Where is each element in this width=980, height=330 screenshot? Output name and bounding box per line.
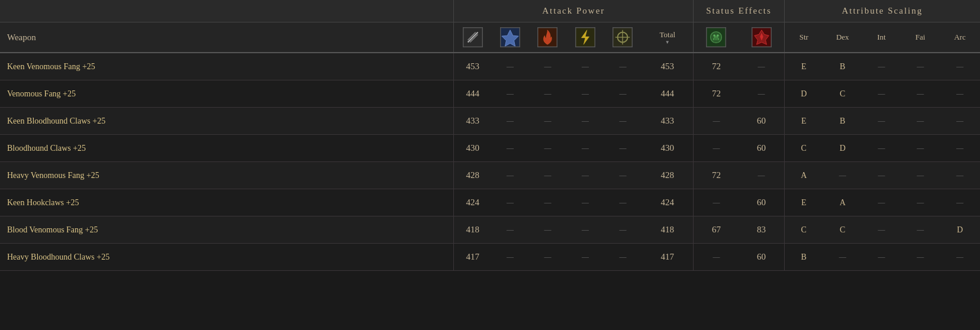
dex-cell: C xyxy=(823,216,862,244)
phys-cell: 418 xyxy=(454,216,492,244)
table-row[interactable]: Keen Venomous Fang +25453————45372—EB——— xyxy=(0,53,980,80)
magic-cell: — xyxy=(491,80,529,108)
phys-cell: 430 xyxy=(454,135,492,162)
str-cell: A xyxy=(784,162,823,189)
phys-cell: 428 xyxy=(454,162,492,189)
table-row[interactable]: Keen Bloodhound Claws +25433————433—60EB… xyxy=(0,108,980,135)
holy-cell: — xyxy=(604,108,642,135)
svg-point-16 xyxy=(717,34,719,37)
total-cell: 444 xyxy=(641,80,694,108)
phys-cell: 424 xyxy=(454,189,492,216)
arc-cell: — xyxy=(940,108,980,135)
magic-cell: — xyxy=(491,244,529,271)
str-cell: D xyxy=(784,80,823,108)
table-row[interactable]: Venomous Fang +25444————44472—DC——— xyxy=(0,80,980,108)
weapon-comparison-table: Attack Power Status Effects Attribute Sc… xyxy=(0,0,980,271)
lightning-cell: — xyxy=(566,135,604,162)
status2-cell: 60 xyxy=(739,244,785,271)
weapon-name-cell: Bloodhound Claws +25 xyxy=(0,135,454,162)
table-row[interactable]: Bloodhound Claws +25430————430—60CD——— xyxy=(0,135,980,162)
weapon-name-cell: Venomous Fang +25 xyxy=(0,80,454,108)
status1-cell: 72 xyxy=(694,53,739,80)
status2-cell: 60 xyxy=(739,108,785,135)
int-cell: — xyxy=(862,53,901,80)
status2-icon-header xyxy=(739,22,785,53)
str-cell: C xyxy=(784,135,823,162)
weapon-name-cell: Keen Bloodhound Claws +25 xyxy=(0,108,454,135)
int-cell: — xyxy=(862,189,901,216)
bleed-status-icon xyxy=(752,27,772,47)
int-cell: — xyxy=(862,135,901,162)
holy-cell: — xyxy=(604,244,642,271)
phys-cell: 453 xyxy=(454,53,492,80)
status1-cell: — xyxy=(694,244,739,271)
table-row[interactable]: Heavy Venomous Fang +25428————42872—A———… xyxy=(0,162,980,189)
arc-cell: — xyxy=(940,244,980,271)
fai-cell: — xyxy=(901,216,940,244)
int-cell: — xyxy=(862,162,901,189)
status2-cell: 60 xyxy=(739,189,785,216)
magic-cell: — xyxy=(491,53,529,80)
status1-cell: — xyxy=(694,189,739,216)
dex-cell: — xyxy=(823,244,862,271)
table-row[interactable]: Blood Venomous Fang +25418————4186783CC—… xyxy=(0,216,980,244)
status1-cell: — xyxy=(694,135,739,162)
weapon-name-cell: Heavy Bloodhound Claws +25 xyxy=(0,244,454,271)
dex-cell: B xyxy=(823,108,862,135)
status2-cell: — xyxy=(739,80,785,108)
status2-cell: — xyxy=(739,53,785,80)
column-header-row: Weapon xyxy=(0,22,980,53)
fire-icon-header xyxy=(529,22,567,53)
fire-cell: — xyxy=(529,162,567,189)
section-weapon-header xyxy=(0,0,454,22)
fai-cell: — xyxy=(901,108,940,135)
arc-cell: — xyxy=(940,135,980,162)
lightning-cell: — xyxy=(566,162,604,189)
lightning-icon-header xyxy=(566,22,604,53)
total-cell: 433 xyxy=(641,108,694,135)
arc-cell: — xyxy=(940,189,980,216)
status1-cell: 72 xyxy=(694,162,739,189)
fai-cell: — xyxy=(901,244,940,271)
fire-cell: — xyxy=(529,244,567,271)
weapon-name-cell: Blood Venomous Fang +25 xyxy=(0,216,454,244)
status1-cell: 67 xyxy=(694,216,739,244)
fire-cell: — xyxy=(529,53,567,80)
holy-icon xyxy=(612,27,633,47)
fire-icon xyxy=(537,27,557,47)
str-cell: C xyxy=(784,216,823,244)
phys-cell: 433 xyxy=(454,108,492,135)
int-cell: — xyxy=(862,80,901,108)
weapon-name-cell: Heavy Venomous Fang +25 xyxy=(0,162,454,189)
dex-cell: B xyxy=(823,53,862,80)
arc-cell: D xyxy=(940,216,980,244)
str-cell: E xyxy=(784,53,823,80)
svg-point-15 xyxy=(714,34,716,37)
holy-cell: — xyxy=(604,189,642,216)
magic-cell: — xyxy=(491,189,529,216)
holy-cell: — xyxy=(604,162,642,189)
str-col-header: Str xyxy=(784,22,823,53)
total-cell: 417 xyxy=(641,244,694,271)
magic-cell: — xyxy=(491,135,529,162)
status2-cell: 60 xyxy=(739,135,785,162)
table-row[interactable]: Heavy Bloodhound Claws +25417————417—60B… xyxy=(0,244,980,271)
physical-icon xyxy=(463,27,483,47)
poison-status-icon xyxy=(706,27,726,47)
fai-cell: — xyxy=(901,162,940,189)
str-cell: E xyxy=(784,189,823,216)
lightning-cell: — xyxy=(566,80,604,108)
magic-icon-header xyxy=(491,22,529,53)
table-row[interactable]: Keen Hookclaws +25424————424—60EA——— xyxy=(0,189,980,216)
int-col-header: Int xyxy=(862,22,901,53)
fai-cell: — xyxy=(901,189,940,216)
status1-cell: — xyxy=(694,108,739,135)
magic-cell: — xyxy=(491,108,529,135)
weapon-name-cell: Keen Venomous Fang +25 xyxy=(0,53,454,80)
total-col-header[interactable]: Total ▼ xyxy=(641,22,694,53)
phys-cell: 444 xyxy=(454,80,492,108)
magic-icon xyxy=(500,27,520,47)
int-cell: — xyxy=(862,108,901,135)
fire-cell: — xyxy=(529,135,567,162)
fai-cell: — xyxy=(901,80,940,108)
